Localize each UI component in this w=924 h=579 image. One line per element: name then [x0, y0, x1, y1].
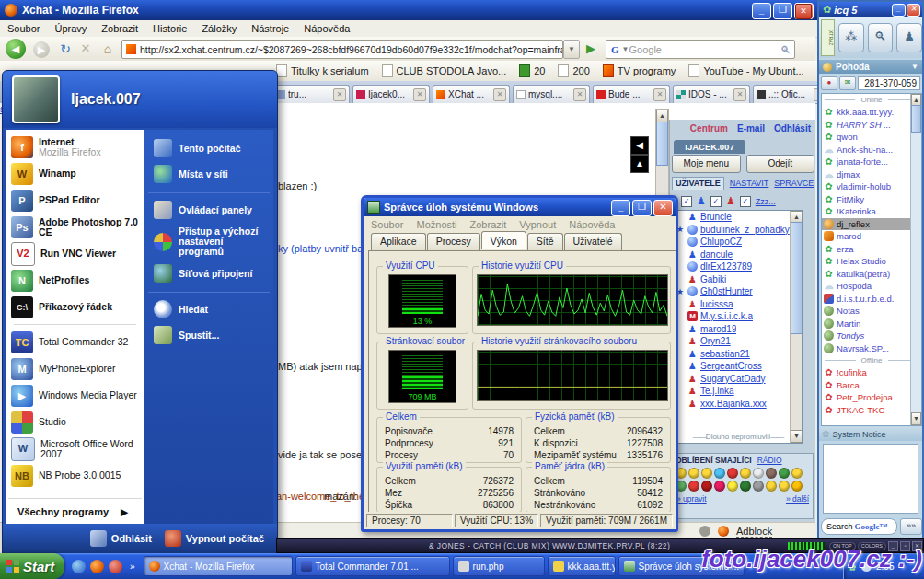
reload-button[interactable]: ↻ — [57, 41, 74, 57]
url-bar[interactable]: http://sx2.xchat.centrum.cz/~$2087269~26… — [121, 40, 563, 59]
start-menu-place-item[interactable]: Tento počítač — [148, 135, 270, 161]
webchat-button[interactable]: Odejít — [746, 155, 815, 173]
user-name[interactable]: SergeantCross — [700, 361, 762, 371]
user-name[interactable]: xxx.Bajanka.xxx — [700, 399, 767, 409]
status-toggle-icon[interactable]: ● — [821, 76, 837, 90]
taskman-tab[interactable]: Procesy — [427, 233, 480, 250]
smiley-icon[interactable] — [791, 481, 803, 492]
scroll-up-icon[interactable]: ▲ — [656, 110, 668, 122]
contact-name[interactable]: marod — [837, 231, 913, 241]
user-row[interactable]: ★ Gh0stHunter — [675, 285, 802, 298]
user-row[interactable]: dlrEx123789 — [675, 261, 802, 273]
webchat-tab[interactable]: NASTAVIT — [730, 177, 769, 190]
go-button[interactable]: ▶ — [582, 40, 600, 57]
bookmark-item[interactable]: 200 — [558, 64, 589, 77]
maximize-button[interactable]: ❐ — [773, 3, 792, 19]
firefox-titlebar[interactable]: Xchat - Mozilla Firefox _ ❐ ✕ — [0, 0, 924, 20]
close-button[interactable]: ✕ — [653, 200, 673, 216]
scroll-thumb[interactable] — [656, 122, 668, 166]
adblock-status[interactable]: Adblock — [736, 526, 772, 538]
contact-row[interactable]: HARRY SH ... — [822, 119, 921, 132]
start-button[interactable]: Start — [0, 553, 64, 579]
contact-name[interactable]: erza — [837, 244, 917, 254]
smiley-icon[interactable] — [791, 468, 803, 479]
smiley-icon[interactable] — [779, 481, 790, 492]
user-row[interactable]: dancule — [675, 249, 802, 261]
menu-item[interactable]: Historie — [153, 23, 187, 34]
checkbox-female[interactable]: ✓ — [710, 196, 722, 207]
contact-name[interactable]: d.i.s.t.u.r.b.e.d. — [837, 294, 917, 304]
menu-item[interactable]: Vypnout — [519, 219, 556, 230]
user-row[interactable]: ★ budulinek_z_pohadky — [675, 224, 802, 237]
scroll-thumb[interactable] — [911, 105, 921, 133]
contact-row[interactable]: !cufinka » — [822, 366, 921, 379]
user-name[interactable]: marod19 — [700, 324, 736, 334]
smiley-icon[interactable] — [714, 468, 725, 479]
contact-name[interactable]: Anck-shu-na... — [837, 145, 917, 155]
contact-row[interactable]: katulka(petra) » — [822, 268, 921, 281]
forward-button[interactable]: ▶ — [33, 41, 50, 58]
status-button[interactable]: ♟ — [896, 23, 922, 52]
contact-row[interactable]: vladimir-holub — [822, 180, 921, 193]
menu-item[interactable]: Možnosti — [416, 219, 456, 230]
user-name[interactable]: Oryn21 — [700, 336, 731, 346]
bookmark-item[interactable]: YouTube - My Ubunt... — [688, 64, 803, 77]
user-row[interactable]: SugaryCatDady — [675, 373, 802, 386]
start-menu-item[interactable]: NB NB Probe 3.0.0015 — [8, 462, 142, 489]
search-bar[interactable]: G ▼ Google 🔍︎ — [606, 40, 795, 59]
taskman-tab[interactable]: Sítě — [527, 233, 563, 250]
smiley-tab[interactable]: OBLÍBENÍ SMAJLÍCI — [676, 456, 752, 465]
checkbox-zzz[interactable]: ✓ — [740, 196, 751, 207]
webchat-button[interactable]: Moje menu — [672, 155, 741, 173]
contact-name[interactable]: Tondys — [837, 330, 917, 341]
user-row[interactable]: Gabiki — [675, 273, 802, 286]
scroll-down-icon[interactable]: ▼ — [911, 412, 921, 425]
contact-row[interactable]: erza — [822, 243, 921, 256]
user-row[interactable]: lucisssa — [675, 298, 802, 311]
chevron-icon[interactable]: » — [130, 562, 135, 572]
tab-close-icon[interactable]: ✕ — [333, 88, 346, 101]
contact-name[interactable]: dj_reflex — [837, 219, 917, 229]
bookmark-item[interactable]: TV programy — [603, 64, 676, 77]
contact-row[interactable]: dj_reflex — [822, 218, 921, 231]
user-row[interactable]: M.y.s.i.i.c.k.a — [675, 310, 802, 323]
app-quicklaunch-icon[interactable] — [109, 560, 122, 573]
start-menu-item[interactable]: C:\ Příkazový řádek — [8, 294, 142, 320]
webchat-link[interactable]: Odhlásit — [774, 123, 811, 133]
tab-close-icon[interactable]: ✕ — [573, 88, 586, 101]
smiley-more-link[interactable]: » další — [786, 494, 809, 504]
minimize-button[interactable]: _ — [892, 4, 906, 17]
menu-item[interactable]: Záložky — [202, 23, 237, 34]
smiley-icon[interactable] — [740, 468, 751, 479]
contact-row[interactable]: Petr_Prodejna — [822, 391, 921, 404]
browser-tab[interactable]: XChat ... ✕ — [433, 85, 510, 103]
taskbar-window-button[interactable]: Xchat - Mozilla Firefox — [144, 556, 293, 576]
user-name[interactable]: budulinek_z_pohadky — [700, 225, 790, 235]
browser-tab[interactable]: tru... ✕ — [272, 85, 350, 103]
webchat-tab[interactable]: SPRÁVCE — [774, 177, 814, 190]
xtraz-tab[interactable]: XTRAZ — [821, 19, 835, 56]
user-row[interactable]: sebastian21 — [675, 348, 802, 361]
mail-icon[interactable]: ✉ — [839, 76, 856, 90]
taskman-tab[interactable]: Uživatelé — [564, 233, 622, 250]
smiley-icon[interactable] — [701, 468, 712, 479]
contact-row[interactable]: qwon » — [822, 131, 921, 144]
user-name[interactable]: M.y.s.i.i.c.k.a — [700, 311, 753, 321]
user-row[interactable]: xxx.Bajanka.xxx — [675, 398, 802, 411]
smiley-icon[interactable] — [753, 468, 764, 479]
start-menu-item[interactable]: M MyPhoneExplorer — [8, 355, 142, 382]
contact-name[interactable]: Navrsak.SP... — [837, 343, 913, 353]
url-text[interactable]: http://sx2.xchat.centrum.cz/~$2087269~26… — [140, 44, 563, 55]
search-placeholder[interactable]: Google — [629, 44, 780, 55]
menu-item[interactable]: Nástroje — [251, 23, 289, 34]
browser-tab[interactable]: Ijacek0... ✕ — [352, 85, 430, 103]
smiley-icon[interactable] — [766, 481, 777, 492]
smiley-edit-link[interactable]: » upravit — [676, 494, 707, 504]
contact-name[interactable]: Hospoda — [837, 281, 913, 291]
contact-row[interactable]: Anck-shu-na... — [822, 144, 921, 156]
smiley-icon[interactable] — [727, 481, 738, 492]
contact-name[interactable]: Martin — [837, 318, 917, 329]
start-menu-place-item[interactable]: Hledat — [148, 292, 270, 322]
start-menu-item[interactable]: V2 Run VNC Viewer — [8, 240, 142, 267]
smiley-icon[interactable] — [688, 468, 699, 479]
